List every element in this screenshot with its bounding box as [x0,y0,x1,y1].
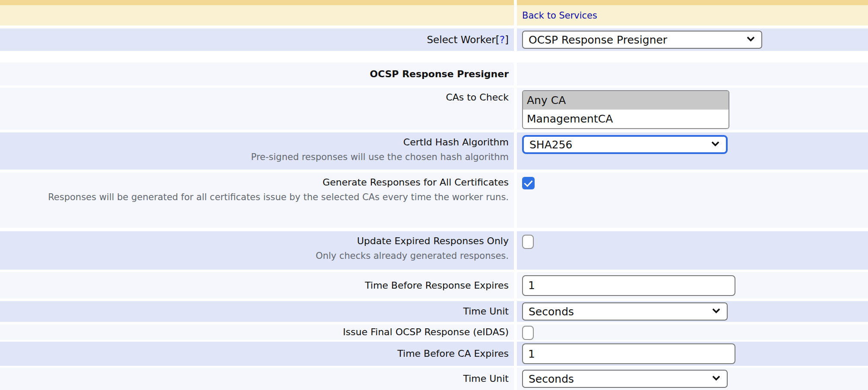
top-strip-right [517,0,868,5]
top-strip [0,0,868,5]
time-before-ca-label: Time Before CA Expires [397,346,509,361]
time-unit-response-value: Seconds [529,305,574,318]
time-unit-response-label: Time Unit [463,304,509,319]
generate-all-help: Responses will be generated for all cert… [48,190,509,205]
section-title: OCSP Response Presigner [370,67,509,82]
update-expired-row: Update Expired Responses Only Only check… [0,231,868,270]
update-expired-help: Only checks already generated responses. [316,248,509,264]
ca-option-any-ca[interactable]: Any CA [523,91,729,110]
certid-hash-label: CertId Hash Algorithm [403,135,509,150]
update-expired-label: Update Expired Responses Only [357,234,509,248]
chevron-down-icon [747,34,754,41]
update-expired-checkbox[interactable] [522,235,534,249]
time-unit-ca-row: Time Unit Seconds [0,368,868,390]
header-left-cell [0,5,514,25]
issue-final-label: Issue Final OCSP Response (eIDAS) [343,325,509,340]
certid-hash-select-value: SHA256 [529,138,573,151]
chevron-down-icon [712,373,720,381]
issue-final-checkbox[interactable] [522,326,534,340]
time-before-response-label: Time Before Response Expires [365,278,509,293]
time-unit-ca-value: Seconds [529,373,574,385]
top-strip-left [0,0,514,5]
certid-hash-help: Pre-signed responses will use the chosen… [251,150,509,165]
time-before-ca-row: Time Before CA Expires [0,342,868,366]
select-worker-label-text: Select Worker[ [427,34,500,45]
worker-select[interactable]: OCSP Response Presigner [522,31,762,49]
time-unit-ca-label: Time Unit [463,371,509,386]
certid-hash-row: CertId Hash Algorithm Pre-signed respons… [0,132,868,170]
time-before-response-row: Time Before Response Expires [0,272,868,299]
worker-help-link[interactable]: ? [500,34,505,45]
cas-to-check-label: CAs to Check [446,90,509,105]
generate-all-checkbox[interactable] [522,177,535,189]
worker-select-value: OCSP Response Presigner [529,34,667,46]
select-worker-label-bracket: ] [505,34,509,45]
select-worker-label: Select Worker[?] [427,32,509,47]
section-title-row: OCSP Response Presigner [0,63,868,85]
select-worker-row: Select Worker[?] OCSP Response Presigner [0,28,868,51]
generate-all-label: Generate Responses for All Certificates [323,175,509,190]
cas-to-check-listbox[interactable]: Any CA ManagementCA [522,90,729,129]
header-row: Back to Services [0,5,868,25]
cas-to-check-row: CAs to Check Any CA ManagementCA [0,88,868,130]
ca-option-managementca[interactable]: ManagementCA [523,110,729,128]
back-to-services-link[interactable]: Back to Services [522,10,597,21]
time-before-response-input[interactable] [522,275,735,296]
time-before-ca-input[interactable] [522,343,735,364]
generate-all-row: Generate Responses for All Certificates … [0,173,868,228]
certid-hash-select[interactable]: SHA256 [522,135,728,154]
time-unit-response-row: Time Unit Seconds [0,301,868,322]
time-unit-response-select[interactable]: Seconds [522,302,728,321]
header-right-cell: Back to Services [517,5,868,25]
chevron-down-icon [711,138,719,146]
chevron-down-icon [712,305,720,313]
time-unit-ca-select[interactable]: Seconds [522,370,728,388]
issue-final-row: Issue Final OCSP Response (eIDAS) [0,324,868,340]
